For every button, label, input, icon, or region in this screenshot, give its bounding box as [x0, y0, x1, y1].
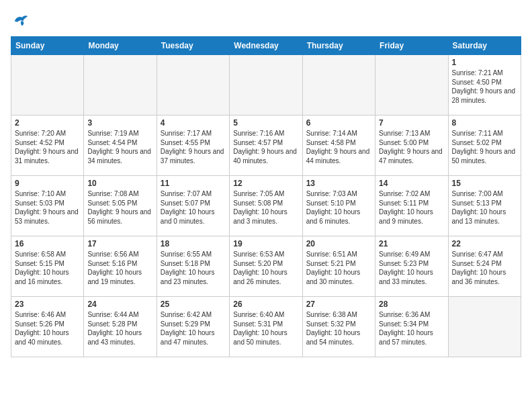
calendar-cell: 20Sunrise: 6:51 AM Sunset: 5:21 PM Dayli…	[302, 236, 375, 297]
day-number: 8	[452, 118, 517, 128]
calendar-cell: 17Sunrise: 6:56 AM Sunset: 5:16 PM Dayli…	[84, 236, 157, 297]
calendar-cell: 12Sunrise: 7:05 AM Sunset: 5:08 PM Dayli…	[230, 176, 302, 236]
day-number: 4	[161, 118, 226, 128]
weekday-header-saturday: Saturday	[448, 37, 521, 55]
day-info: Sunrise: 6:49 AM Sunset: 5:23 PM Dayligh…	[379, 250, 444, 286]
weekday-header-friday: Friday	[375, 37, 448, 55]
week-row-3: 9Sunrise: 7:10 AM Sunset: 5:03 PM Daylig…	[11, 176, 521, 236]
day-number: 3	[87, 118, 152, 128]
day-info: Sunrise: 7:17 AM Sunset: 4:55 PM Dayligh…	[161, 129, 226, 165]
day-info: Sunrise: 6:55 AM Sunset: 5:18 PM Dayligh…	[161, 250, 226, 286]
calendar-cell: 28Sunrise: 6:36 AM Sunset: 5:34 PM Dayli…	[375, 297, 448, 357]
calendar-cell: 10Sunrise: 7:08 AM Sunset: 5:05 PM Dayli…	[84, 176, 157, 236]
calendar-cell: 2Sunrise: 7:20 AM Sunset: 4:52 PM Daylig…	[11, 116, 84, 176]
day-info: Sunrise: 6:42 AM Sunset: 5:29 PM Dayligh…	[161, 310, 226, 347]
calendar-cell: 4Sunrise: 7:17 AM Sunset: 4:55 PM Daylig…	[157, 116, 229, 176]
calendar-table: SundayMondayTuesdayWednesdayThursdayFrid…	[11, 36, 521, 357]
day-info: Sunrise: 7:21 AM Sunset: 4:50 PM Dayligh…	[452, 68, 517, 105]
day-info: Sunrise: 7:10 AM Sunset: 5:03 PM Dayligh…	[15, 189, 80, 226]
day-info: Sunrise: 7:05 AM Sunset: 5:08 PM Dayligh…	[233, 189, 298, 226]
day-info: Sunrise: 7:16 AM Sunset: 4:57 PM Dayligh…	[233, 129, 298, 165]
day-info: Sunrise: 6:56 AM Sunset: 5:16 PM Dayligh…	[87, 250, 152, 286]
day-number: 15	[452, 179, 517, 188]
calendar-cell	[375, 55, 448, 116]
calendar-cell: 8Sunrise: 7:11 AM Sunset: 5:02 PM Daylig…	[448, 116, 521, 176]
weekday-header-tuesday: Tuesday	[157, 37, 229, 55]
page-header	[11, 11, 521, 30]
day-number: 18	[161, 239, 226, 248]
day-number: 19	[233, 239, 298, 248]
day-info: Sunrise: 7:00 AM Sunset: 5:13 PM Dayligh…	[452, 189, 517, 226]
day-info: Sunrise: 7:14 AM Sunset: 4:58 PM Dayligh…	[306, 129, 371, 165]
calendar-cell: 27Sunrise: 6:38 AM Sunset: 5:32 PM Dayli…	[302, 297, 375, 357]
calendar-cell: 26Sunrise: 6:40 AM Sunset: 5:31 PM Dayli…	[230, 297, 302, 357]
week-row-2: 2Sunrise: 7:20 AM Sunset: 4:52 PM Daylig…	[11, 116, 521, 176]
weekday-header-monday: Monday	[84, 37, 157, 55]
day-number: 24	[87, 300, 152, 309]
calendar-cell: 15Sunrise: 7:00 AM Sunset: 5:13 PM Dayli…	[448, 176, 521, 236]
calendar-cell: 16Sunrise: 6:58 AM Sunset: 5:15 PM Dayli…	[11, 236, 84, 297]
day-number: 13	[306, 179, 371, 188]
weekday-header-row: SundayMondayTuesdayWednesdayThursdayFrid…	[11, 37, 521, 55]
day-info: Sunrise: 6:46 AM Sunset: 5:26 PM Dayligh…	[15, 310, 80, 347]
day-info: Sunrise: 7:19 AM Sunset: 4:54 PM Dayligh…	[87, 129, 152, 165]
calendar-cell	[230, 55, 302, 116]
day-info: Sunrise: 6:38 AM Sunset: 5:32 PM Dayligh…	[306, 310, 371, 347]
weekday-header-thursday: Thursday	[302, 37, 375, 55]
calendar-cell: 23Sunrise: 6:46 AM Sunset: 5:26 PM Dayli…	[11, 297, 84, 357]
day-info: Sunrise: 6:51 AM Sunset: 5:21 PM Dayligh…	[306, 250, 371, 286]
day-number: 27	[306, 300, 371, 309]
day-number: 1	[452, 58, 517, 67]
day-number: 9	[15, 179, 80, 188]
day-number: 23	[15, 300, 80, 309]
calendar-cell	[84, 55, 157, 116]
day-info: Sunrise: 6:36 AM Sunset: 5:34 PM Dayligh…	[379, 310, 444, 347]
calendar-cell: 6Sunrise: 7:14 AM Sunset: 4:58 PM Daylig…	[302, 116, 375, 176]
calendar-cell	[157, 55, 229, 116]
weekday-header-sunday: Sunday	[11, 37, 84, 55]
calendar-cell: 18Sunrise: 6:55 AM Sunset: 5:18 PM Dayli…	[157, 236, 229, 297]
calendar-cell: 5Sunrise: 7:16 AM Sunset: 4:57 PM Daylig…	[230, 116, 302, 176]
logo	[11, 11, 32, 30]
calendar-cell: 9Sunrise: 7:10 AM Sunset: 5:03 PM Daylig…	[11, 176, 84, 236]
day-info: Sunrise: 7:07 AM Sunset: 5:07 PM Dayligh…	[161, 189, 226, 226]
day-number: 2	[15, 118, 80, 128]
calendar-cell: 24Sunrise: 6:44 AM Sunset: 5:28 PM Dayli…	[84, 297, 157, 357]
calendar-cell: 21Sunrise: 6:49 AM Sunset: 5:23 PM Dayli…	[375, 236, 448, 297]
day-number: 22	[452, 239, 517, 248]
day-info: Sunrise: 7:03 AM Sunset: 5:10 PM Dayligh…	[306, 189, 371, 226]
calendar-cell: 19Sunrise: 6:53 AM Sunset: 5:20 PM Dayli…	[230, 236, 302, 297]
day-number: 12	[233, 179, 298, 188]
day-info: Sunrise: 7:11 AM Sunset: 5:02 PM Dayligh…	[452, 129, 517, 165]
day-info: Sunrise: 6:44 AM Sunset: 5:28 PM Dayligh…	[87, 310, 152, 347]
calendar-cell: 13Sunrise: 7:03 AM Sunset: 5:10 PM Dayli…	[302, 176, 375, 236]
calendar-cell	[448, 297, 521, 357]
day-number: 16	[15, 239, 80, 248]
calendar-cell: 25Sunrise: 6:42 AM Sunset: 5:29 PM Dayli…	[157, 297, 229, 357]
day-number: 10	[87, 179, 152, 188]
day-info: Sunrise: 6:47 AM Sunset: 5:24 PM Dayligh…	[452, 250, 517, 286]
day-info: Sunrise: 6:53 AM Sunset: 5:20 PM Dayligh…	[233, 250, 298, 286]
day-number: 14	[379, 179, 444, 188]
day-info: Sunrise: 7:08 AM Sunset: 5:05 PM Dayligh…	[87, 189, 152, 226]
calendar-cell	[11, 55, 84, 116]
day-info: Sunrise: 7:02 AM Sunset: 5:11 PM Dayligh…	[379, 189, 444, 226]
day-number: 20	[306, 239, 371, 248]
day-number: 28	[379, 300, 444, 309]
day-number: 11	[161, 179, 226, 188]
day-info: Sunrise: 6:40 AM Sunset: 5:31 PM Dayligh…	[233, 310, 298, 347]
week-row-1: 1Sunrise: 7:21 AM Sunset: 4:50 PM Daylig…	[11, 55, 521, 116]
calendar-cell: 14Sunrise: 7:02 AM Sunset: 5:11 PM Dayli…	[375, 176, 448, 236]
week-row-5: 23Sunrise: 6:46 AM Sunset: 5:26 PM Dayli…	[11, 297, 521, 357]
day-number: 7	[379, 118, 444, 128]
day-number: 5	[233, 118, 298, 128]
calendar-cell: 3Sunrise: 7:19 AM Sunset: 4:54 PM Daylig…	[84, 116, 157, 176]
day-number: 25	[161, 300, 226, 309]
day-number: 26	[233, 300, 298, 309]
calendar-cell: 22Sunrise: 6:47 AM Sunset: 5:24 PM Dayli…	[448, 236, 521, 297]
day-info: Sunrise: 6:58 AM Sunset: 5:15 PM Dayligh…	[15, 250, 80, 286]
calendar-cell: 11Sunrise: 7:07 AM Sunset: 5:07 PM Dayli…	[157, 176, 229, 236]
day-info: Sunrise: 7:20 AM Sunset: 4:52 PM Dayligh…	[15, 129, 80, 165]
weekday-header-wednesday: Wednesday	[230, 37, 302, 55]
day-number: 17	[87, 239, 152, 248]
